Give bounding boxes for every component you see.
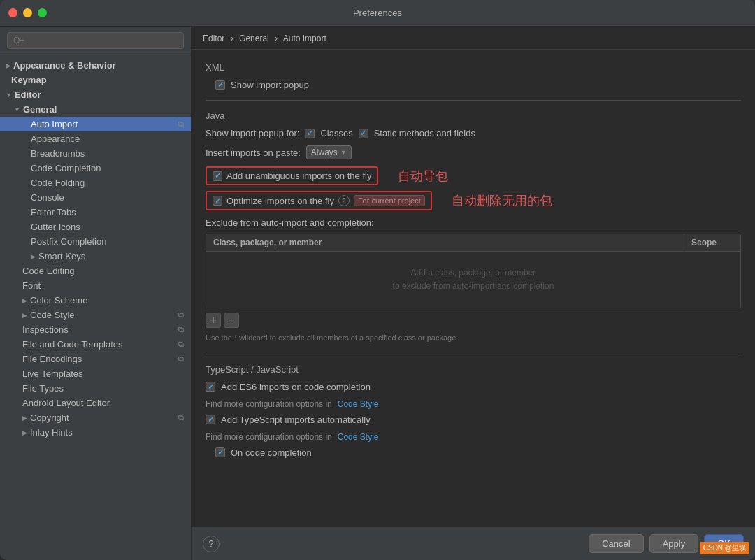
annotation-auto-import: 自动导包 [398, 168, 448, 185]
maximize-button[interactable] [38, 8, 47, 17]
optimize-imports-checkbox[interactable] [213, 196, 222, 206]
exclude-label: Exclude from auto-import and completion: [206, 217, 741, 228]
on-code-completion-row: On code completion [206, 447, 741, 458]
sidebar-item-copyright[interactable]: ▶ Copyright ⧉ [0, 410, 191, 425]
help-icon[interactable]: ? [338, 195, 350, 206]
chevron-icon: ▶ [22, 297, 27, 304]
exclude-placeholder: Add a class, package, or member to exclu… [393, 266, 554, 293]
chevron-icon: ▶ [22, 312, 27, 319]
remove-row-button[interactable]: − [224, 313, 239, 328]
sidebar-item-inspections[interactable]: Inspections ⧉ [0, 322, 191, 337]
sidebar-item-appearance[interactable]: Appearance [0, 131, 191, 146]
add-unambiguous-box: Add unambiguous imports on the fly [206, 166, 378, 185]
apply-button[interactable]: Apply [649, 534, 699, 553]
for-current-project-badge: For current project [354, 195, 425, 206]
sidebar-item-appearance-behavior[interactable]: ▶ Appearance & Behavior [0, 58, 191, 73]
find-more-1-row: Find more configuration options in Code … [206, 399, 741, 409]
add-unambiguous-row: Add unambiguous imports on the fly 自动导包 [206, 166, 741, 185]
java-section-title: Java [206, 110, 741, 121]
sidebar-item-breadcrumbs[interactable]: Breadcrumbs [0, 146, 191, 161]
add-es6-checkbox[interactable] [206, 382, 215, 392]
sidebar-item-android-layout-editor[interactable]: Android Layout Editor [0, 396, 191, 410]
copy-icon: ⧉ [178, 354, 184, 364]
sidebar-item-code-folding[interactable]: Code Folding [0, 175, 191, 190]
table-actions: + − [206, 313, 741, 328]
find-more-2-prefix: Find more configuration options in [206, 432, 332, 442]
code-style-link-2[interactable]: Code Style [338, 432, 379, 442]
sidebar-item-code-style[interactable]: ▶ Code Style ⧉ [0, 308, 191, 322]
show-import-popup-label: Show import popup [231, 80, 309, 90]
sidebar-item-font[interactable]: Font [0, 278, 191, 293]
java-ts-divider [206, 354, 741, 354]
help-button[interactable]: ? [203, 536, 220, 552]
sidebar-item-editor[interactable]: ▼ Editor [0, 87, 191, 102]
sidebar-item-file-code-templates[interactable]: File and Code Templates ⧉ [0, 337, 191, 352]
exclude-table-body: Add a class, package, or member to exclu… [206, 252, 740, 308]
chevron-icon: ▼ [14, 106, 20, 113]
window-controls[interactable] [8, 8, 47, 17]
sidebar-item-file-encodings[interactable]: File Encodings ⧉ [0, 352, 191, 366]
annotation-delete-unused: 自动删除无用的包 [452, 192, 552, 209]
exclude-col-class: Class, package, or member [206, 234, 684, 251]
chevron-icon: ▶ [31, 253, 36, 260]
sidebar-item-smart-keys[interactable]: ▶ Smart Keys [0, 249, 191, 264]
sidebar-item-gutter-icons[interactable]: Gutter Icons [0, 220, 191, 234]
show-import-popup-checkbox[interactable] [215, 80, 225, 90]
add-es6-label: Add ES6 imports on code completion [221, 382, 371, 392]
chevron-icon: ▶ [22, 429, 27, 436]
xml-java-divider [206, 100, 741, 101]
breadcrumb: Editor › General › Auto Import [192, 27, 755, 50]
add-ts-auto-row: Add TypeScript imports automatically [206, 415, 741, 425]
optimize-imports-row: Optimize imports on the fly ? For curren… [206, 191, 741, 210]
sidebar-item-inlay-hints[interactable]: ▶ Inlay Hints [0, 425, 191, 440]
static-methods-checkbox[interactable] [359, 129, 368, 138]
chevron-icon: ▶ [22, 415, 27, 422]
sidebar-item-live-templates[interactable]: Live Templates [0, 366, 191, 381]
sidebar-item-editor-tabs[interactable]: Editor Tabs [0, 205, 191, 220]
sidebar-item-postfix-completion[interactable]: Postfix Completion [0, 234, 191, 249]
static-methods-label: Static methods and fields [374, 128, 475, 138]
bottom-bar: ? Cancel Apply OK [192, 526, 755, 560]
classes-checkbox[interactable] [305, 129, 315, 138]
sidebar-item-keymap[interactable]: Keymap [0, 73, 191, 87]
breadcrumb-editor: Editor [203, 34, 224, 43]
show-import-popup-row: Show import popup [206, 80, 741, 90]
add-ts-auto-label: Add TypeScript imports automatically [221, 415, 371, 425]
main-panel: Editor › General › Auto Import XML Show … [192, 27, 755, 560]
typescript-section-title: TypeScript / JavaScript [206, 364, 741, 375]
sidebar-item-file-types[interactable]: File Types [0, 381, 191, 396]
copy-icon: ⧉ [178, 310, 184, 320]
minimize-button[interactable] [23, 8, 32, 17]
insert-imports-value: Always [311, 148, 338, 157]
sidebar-item-code-completion[interactable]: Code Completion [0, 161, 191, 175]
watermark: CSDN @尘埃 [700, 542, 749, 554]
show-import-popup-for-label: Show import popup for: [206, 128, 299, 138]
sidebar-item-console[interactable]: Console [0, 190, 191, 205]
sidebar-item-general[interactable]: ▼ General [0, 102, 191, 117]
on-code-completion-checkbox[interactable] [215, 447, 225, 457]
copy-icon: ⧉ [178, 120, 184, 129]
find-more-1-prefix: Find more configuration options in [206, 399, 332, 409]
add-row-button[interactable]: + [206, 313, 221, 328]
exclude-col-scope: Scope [684, 234, 740, 251]
code-style-link-1[interactable]: Code Style [338, 399, 379, 409]
search-input[interactable] [7, 32, 184, 49]
chevron-icon: ▼ [6, 92, 12, 99]
settings-content: XML Show import popup Java Show import p… [192, 50, 755, 526]
on-code-completion-label: On code completion [231, 447, 312, 458]
dropdown-arrow-icon: ▼ [340, 149, 347, 156]
close-button[interactable] [8, 8, 17, 17]
sidebar: ▶ Appearance & Behavior Keymap ▼ Editor … [0, 27, 192, 560]
cancel-button[interactable]: Cancel [589, 534, 643, 553]
breadcrumb-auto-import: Auto Import [283, 34, 326, 43]
xml-section-title: XML [206, 62, 741, 73]
copy-icon: ⧉ [178, 325, 184, 334]
insert-imports-dropdown[interactable]: Always ▼ [306, 145, 352, 159]
chevron-icon: ▶ [6, 62, 10, 69]
copy-icon: ⧉ [178, 340, 184, 349]
add-unambiguous-checkbox[interactable] [213, 171, 222, 181]
sidebar-item-code-editing[interactable]: Code Editing [0, 264, 191, 278]
sidebar-item-color-scheme[interactable]: ▶ Color Scheme [0, 293, 191, 308]
add-ts-auto-checkbox[interactable] [206, 415, 215, 424]
sidebar-item-auto-import[interactable]: Auto Import ⧉ [0, 117, 191, 131]
